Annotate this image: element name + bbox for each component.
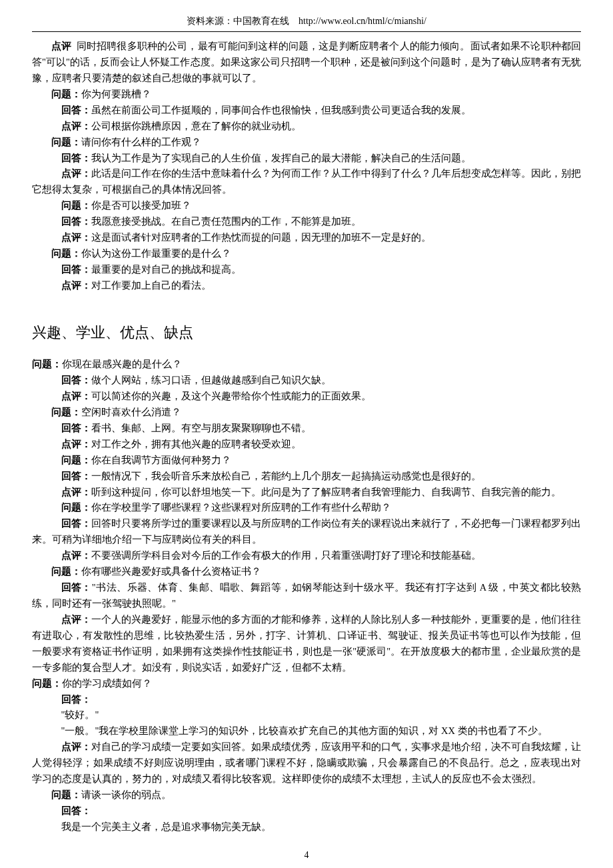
qa-answer: 回答：我认为工作是为了实现自己的人生价值，发挥自己的最大潜能，解决自己的生活问题…: [32, 151, 581, 167]
qa-comment: 点评：此话是问工作在你的生活中意味着什么？为何而工作？从工作中得到了什么？几年后…: [32, 166, 581, 198]
qa-answer: 回答：回答时只要将所学过的重要课程以及与所应聘的工作岗位有关的课程说出来就行了，…: [32, 516, 581, 548]
document-page: 资料来源：中国教育在线 http://www.eol.cn/html/c/mia…: [0, 0, 613, 868]
header-url: http://www.eol.cn/html/c/mianshi/: [299, 16, 426, 26]
qa-answer: 回答：一般情况下，我会听音乐来放松自己，若能约上几个朋友一起搞搞运动感觉也是很好…: [32, 469, 581, 485]
qa-question: 问题：空闲时喜欢什么消遣？: [32, 405, 581, 421]
qa-question: 问题：请谈一谈你的弱点。: [32, 787, 581, 803]
qa-answer-line: "较好。": [32, 707, 581, 723]
qa-answer: 回答：看书、集邮、上网。有空与朋友聚聚聊聊也不错。: [32, 421, 581, 437]
qa-answer: 回答："书法、乐器、体育、集邮、唱歌、舞蹈等，如钢琴能达到十级水平。我还有打字达…: [32, 580, 581, 612]
qa-question: 问题：你有哪些兴趣爱好或具备什么资格证书？: [32, 564, 581, 580]
page-number: 4: [32, 847, 581, 863]
qa-answer-line: "一般。"我在学校里除课堂上学习的知识外，比较喜欢扩充自己的其他方面的知识，对 …: [32, 723, 581, 739]
qa-question: 问题：你是否可以接受加班？: [32, 198, 581, 214]
header-divider: [32, 31, 581, 32]
qa-answer: 回答：我愿意接受挑战。在自己责任范围内的工作，不能算是加班。: [32, 214, 581, 230]
qa-question: 问题：你现在最感兴趣的是什么？: [32, 357, 581, 373]
qa-comment: 点评：对自己的学习成绩一定要如实回答。如果成绩优秀，应该用平和的口气，实事求是地…: [32, 739, 581, 787]
qa-comment: 点评：可以简述你的兴趣，及这个兴趣带给你个性或能力的正面效果。: [32, 389, 581, 405]
qa-answer: 回答：虽然在前面公司工作挺顺的，同事间合作也很愉快，但我感到贵公司更适合我的发展…: [32, 103, 581, 119]
label-comment: 点评: [51, 41, 71, 51]
qa-question: 问题：你的学习成绩如何？: [32, 676, 581, 692]
qa-answer-label: 回答：: [32, 803, 581, 819]
qa-question: 问题：你为何要跳槽？: [32, 87, 581, 103]
header-source-label: 资料来源：中国教育在线: [187, 16, 289, 26]
qa-answer: 我是一个完美主义者，总是追求事物完美无缺。: [32, 819, 581, 835]
top-comment-text: 同时招聘很多职种的公司，最有可能问到这样的问题，这是判断应聘者个人的能力倾向。面…: [32, 41, 581, 83]
qa-answer: 回答：做个人网站，练习口语，但越做越感到自己知识欠缺。: [32, 373, 581, 389]
qa-comment: 点评：公司根据你跳槽原因，意在了解你的就业动机。: [32, 119, 581, 135]
qa-question: 问题：你在学校里学了哪些课程？这些课程对所应聘的工作有些什么帮助？: [32, 500, 581, 516]
qa-comment: 点评：不要强调所学科目会对今后的工作会有极大的作用，只着重强调打好了理论和技能基…: [32, 548, 581, 564]
top-comment: 点评 同时招聘很多职种的公司，最有可能问到这样的问题，这是判断应聘者个人的能力倾…: [32, 39, 581, 87]
qa-question: 问题：你认为这份工作最重要的是什么？: [32, 246, 581, 262]
qa-comment: 点评：这是面试者针对应聘者的工作热忱而提的问题，因无理的加班不一定是好的。: [32, 230, 581, 246]
header-source: 资料来源：中国教育在线 http://www.eol.cn/html/c/mia…: [32, 13, 581, 29]
qa-comment: 点评：听到这种提问，你可以舒坦地笑一下。此问是为了了解应聘者自我管理能力、自我调…: [32, 485, 581, 501]
qa-question: 问题：请问你有什么样的工作观？: [32, 135, 581, 151]
qa-question: 问题：你在自我调节方面做何种努力？: [32, 453, 581, 469]
qa-answer-label: 回答：: [32, 692, 581, 708]
qa-answer: 回答：最重要的是对自己的挑战和提高。: [32, 262, 581, 278]
section-title: 兴趣、学业、优点、缺点: [32, 321, 581, 345]
qa-comment: 点评：一个人的兴趣爱好，能显示他的多方面的才能和修养，这样的人除比别人多一种技能…: [32, 612, 581, 676]
qa-comment: 点评：对工作之外，拥有其他兴趣的应聘者较受欢迎。: [32, 437, 581, 453]
qa-comment: 点评：对工作要加上自己的看法。: [32, 278, 581, 294]
